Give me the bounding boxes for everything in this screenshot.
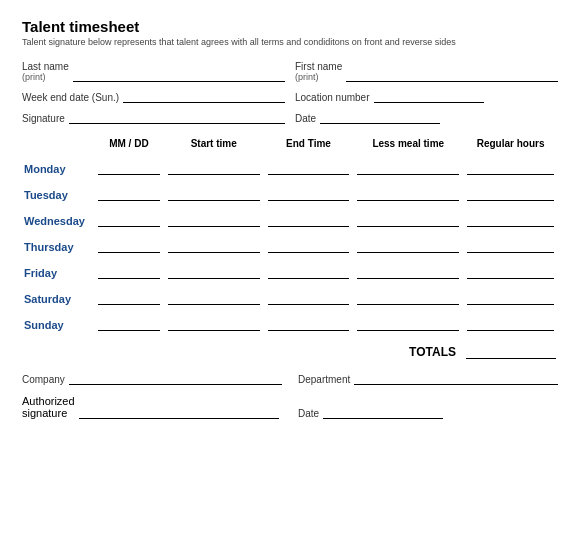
auth-signature-input[interactable] xyxy=(79,405,279,419)
cell-end-monday[interactable] xyxy=(264,155,354,181)
table-row: Friday xyxy=(22,259,558,285)
day-label: Thursday xyxy=(22,233,94,259)
bottom-date-input[interactable] xyxy=(323,405,443,419)
cell-reg-wednesday[interactable] xyxy=(463,207,558,233)
cell-start-wednesday[interactable] xyxy=(164,207,264,233)
col-header-reg: Regular hours xyxy=(463,134,558,155)
cell-meal-wednesday[interactable] xyxy=(353,207,463,233)
cell-reg-tuesday[interactable] xyxy=(463,181,558,207)
signature-label: Signature xyxy=(22,113,65,124)
cell-end-tuesday[interactable] xyxy=(264,181,354,207)
cell-start-monday[interactable] xyxy=(164,155,264,181)
table-row: Tuesday xyxy=(22,181,558,207)
col-header-day xyxy=(22,134,94,155)
col-header-mmdd: MM / DD xyxy=(94,134,164,155)
cell-end-thursday[interactable] xyxy=(264,233,354,259)
cell-mmdd-wednesday[interactable] xyxy=(94,207,164,233)
cell-mmdd-sunday[interactable] xyxy=(94,311,164,337)
cell-start-tuesday[interactable] xyxy=(164,181,264,207)
cell-reg-friday[interactable] xyxy=(463,259,558,285)
cell-reg-saturday[interactable] xyxy=(463,285,558,311)
cell-meal-sunday[interactable] xyxy=(353,311,463,337)
day-label: Saturday xyxy=(22,285,94,311)
authorized-label: Authorized xyxy=(22,395,75,407)
cell-mmdd-friday[interactable] xyxy=(94,259,164,285)
day-label: Wednesday xyxy=(22,207,94,233)
cell-mmdd-tuesday[interactable] xyxy=(94,181,164,207)
cell-reg-sunday[interactable] xyxy=(463,311,558,337)
table-row: Wednesday xyxy=(22,207,558,233)
col-header-end: End Time xyxy=(264,134,354,155)
first-name-sublabel: (print) xyxy=(295,72,319,82)
last-name-label: Last name xyxy=(22,61,69,72)
timesheet-table: MM / DD Start time End Time Less meal ti… xyxy=(22,134,558,337)
bottom-section: Company Department Authorized signature … xyxy=(22,371,558,419)
department-input[interactable] xyxy=(354,371,558,385)
bottom-date-label: Date xyxy=(298,408,319,419)
totals-input[interactable] xyxy=(466,345,556,359)
week-end-label: Week end date (Sun.) xyxy=(22,92,119,103)
table-row: Monday xyxy=(22,155,558,181)
location-input[interactable] xyxy=(374,89,484,103)
last-name-sublabel: (print) xyxy=(22,72,46,82)
cell-mmdd-saturday[interactable] xyxy=(94,285,164,311)
cell-meal-friday[interactable] xyxy=(353,259,463,285)
day-label: Friday xyxy=(22,259,94,285)
cell-mmdd-monday[interactable] xyxy=(94,155,164,181)
first-name-label: First name xyxy=(295,61,342,72)
last-name-input[interactable] xyxy=(73,68,285,82)
day-label: Monday xyxy=(22,155,94,181)
table-row: Thursday xyxy=(22,233,558,259)
day-label: Tuesday xyxy=(22,181,94,207)
cell-start-thursday[interactable] xyxy=(164,233,264,259)
week-end-input[interactable] xyxy=(123,89,285,103)
page-title: Talent timesheet xyxy=(22,18,558,35)
company-label: Company xyxy=(22,374,65,385)
cell-meal-saturday[interactable] xyxy=(353,285,463,311)
cell-mmdd-thursday[interactable] xyxy=(94,233,164,259)
table-row: Sunday xyxy=(22,311,558,337)
cell-meal-monday[interactable] xyxy=(353,155,463,181)
location-label: Location number xyxy=(295,92,370,103)
cell-reg-thursday[interactable] xyxy=(463,233,558,259)
cell-end-friday[interactable] xyxy=(264,259,354,285)
cell-end-wednesday[interactable] xyxy=(264,207,354,233)
signature-input[interactable] xyxy=(69,110,285,124)
table-row: Saturday xyxy=(22,285,558,311)
col-header-start: Start time xyxy=(164,134,264,155)
auth-sig-label: signature xyxy=(22,407,67,419)
department-label: Department xyxy=(298,374,350,385)
cell-start-sunday[interactable] xyxy=(164,311,264,337)
date-label: Date xyxy=(295,113,316,124)
col-header-meal: Less meal time xyxy=(353,134,463,155)
cell-start-saturday[interactable] xyxy=(164,285,264,311)
date-input[interactable] xyxy=(320,110,440,124)
cell-reg-monday[interactable] xyxy=(463,155,558,181)
cell-end-sunday[interactable] xyxy=(264,311,354,337)
day-label: Sunday xyxy=(22,311,94,337)
company-input[interactable] xyxy=(69,371,282,385)
cell-end-saturday[interactable] xyxy=(264,285,354,311)
first-name-input[interactable] xyxy=(346,68,558,82)
totals-label: TOTALS xyxy=(409,345,456,359)
cell-start-friday[interactable] xyxy=(164,259,264,285)
page-subtitle: Talent signature below represents that t… xyxy=(22,37,558,47)
cell-meal-thursday[interactable] xyxy=(353,233,463,259)
cell-meal-tuesday[interactable] xyxy=(353,181,463,207)
